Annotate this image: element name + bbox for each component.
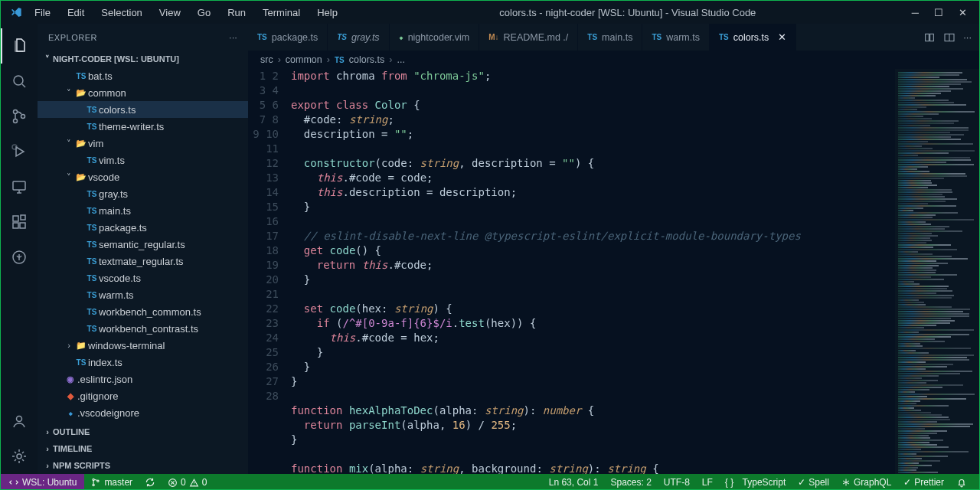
tree-file[interactable]: TStextmate_regular.ts bbox=[38, 253, 248, 270]
ts-icon: TS bbox=[335, 56, 345, 64]
remote-explorer-icon[interactable] bbox=[1, 169, 38, 204]
spell-label: Spell bbox=[808, 477, 829, 488]
outline-section[interactable]: ›OUTLINE bbox=[38, 423, 248, 440]
split-editor-icon[interactable] bbox=[943, 31, 956, 44]
menu-edit[interactable]: Edit bbox=[61, 4, 90, 21]
menu-file[interactable]: File bbox=[28, 4, 57, 21]
close-tab-icon[interactable]: ✕ bbox=[778, 31, 786, 43]
lang-label: TypeScript bbox=[743, 477, 786, 488]
breadcrumb-more[interactable]: ... bbox=[397, 54, 404, 65]
accounts-icon[interactable] bbox=[1, 403, 38, 439]
encoding-indicator[interactable]: UTF-8 bbox=[658, 474, 696, 490]
editor-tab[interactable]: TSgray.ts bbox=[328, 24, 389, 51]
tree-file[interactable]: TSworkbench_contrast.ts bbox=[38, 320, 248, 337]
remote-indicator[interactable]: WSL: Ubuntu bbox=[1, 474, 84, 490]
svg-point-3 bbox=[21, 115, 25, 119]
graphql-label: GraphQL bbox=[854, 477, 891, 488]
close-icon[interactable]: ✕ bbox=[959, 7, 967, 18]
branch-indicator[interactable]: master bbox=[84, 474, 139, 490]
tree-file[interactable]: TScolors.ts bbox=[38, 101, 248, 118]
editor-tab[interactable]: TSmain.ts bbox=[578, 24, 642, 51]
prettier-indicator[interactable]: ✓ Prettier bbox=[897, 474, 950, 490]
tree-file[interactable]: TSbat.ts bbox=[38, 67, 248, 84]
branch-label: master bbox=[104, 477, 132, 488]
sync-icon[interactable] bbox=[139, 474, 162, 490]
svg-rect-5 bbox=[13, 181, 25, 190]
tree-file[interactable]: TStheme-writer.ts bbox=[38, 118, 248, 135]
lncol-indicator[interactable]: Ln 63, Col 1 bbox=[543, 474, 605, 490]
language-indicator[interactable]: { } TypeScript bbox=[719, 474, 792, 490]
svg-rect-9 bbox=[21, 215, 25, 220]
tree-file[interactable]: TSworkbench_common.ts bbox=[38, 303, 248, 320]
source-control-icon[interactable] bbox=[1, 99, 38, 134]
timeline-section[interactable]: ›TIMELINE bbox=[38, 440, 248, 457]
eol-indicator[interactable]: LF bbox=[696, 474, 719, 490]
tree-folder[interactable]: ›📁windows-terminal bbox=[38, 337, 248, 354]
menu-bar: File Edit Selection View Go Run Terminal… bbox=[28, 4, 344, 21]
tree-file[interactable]: TSpackage.ts bbox=[38, 219, 248, 236]
editor-tab[interactable]: ⬥nightcoder.vim bbox=[390, 24, 480, 51]
explorer-icon[interactable] bbox=[1, 28, 38, 64]
tree-file[interactable]: TSsemantic_regular.ts bbox=[38, 236, 248, 253]
problems-indicator[interactable]: 0 0 bbox=[162, 474, 213, 490]
minimap[interactable] bbox=[895, 69, 979, 474]
tree-file[interactable]: ⬥.vscodeignore bbox=[38, 404, 248, 421]
editor-tab[interactable]: TSpackage.ts bbox=[248, 24, 328, 51]
tree-folder[interactable]: ˅📂vscode bbox=[38, 168, 248, 185]
breadcrumb-seg[interactable]: common bbox=[286, 54, 322, 65]
tree-file[interactable]: TSwarm.ts bbox=[38, 286, 248, 303]
tree-file[interactable]: TSindex.ts bbox=[38, 354, 248, 371]
tree-file[interactable]: TSgray.ts bbox=[38, 185, 248, 202]
extensions-icon[interactable] bbox=[1, 204, 38, 240]
tree-file[interactable]: TSmain.ts bbox=[38, 202, 248, 219]
menu-go[interactable]: Go bbox=[191, 4, 217, 21]
svg-rect-6 bbox=[13, 216, 18, 221]
breadcrumb-seg[interactable]: src bbox=[260, 54, 273, 65]
status-bar: WSL: Ubuntu master 0 0 Ln 63, Col 1 Spac… bbox=[1, 474, 979, 490]
editor-tab[interactable]: TSwarm.ts bbox=[642, 24, 710, 51]
workspace-root-header[interactable]: ˅ NIGHT-CODER [WSL: UBUNTU] bbox=[38, 51, 248, 67]
npm-scripts-label: NPM SCRIPTS bbox=[53, 461, 110, 470]
search-activity-icon[interactable] bbox=[1, 64, 38, 99]
menu-help[interactable]: Help bbox=[311, 4, 344, 21]
maximize-icon[interactable]: ☐ bbox=[934, 7, 943, 18]
menu-terminal[interactable]: Terminal bbox=[256, 4, 306, 21]
code-editor[interactable]: import chroma from "chroma-js"; export c… bbox=[291, 69, 895, 474]
breadcrumb-seg[interactable]: colors.ts bbox=[349, 54, 385, 65]
settings-icon[interactable] bbox=[1, 439, 38, 474]
tree-file[interactable]: TSvim.ts bbox=[38, 152, 248, 168]
errors-count: 0 bbox=[181, 477, 186, 488]
git-graph-icon[interactable] bbox=[1, 240, 38, 275]
svg-rect-8 bbox=[20, 223, 25, 228]
tree-file[interactable]: ◉.eslintrc.json bbox=[38, 371, 248, 387]
svg-point-11 bbox=[17, 416, 22, 422]
tree-folder[interactable]: ˅📂vim bbox=[38, 135, 248, 152]
activity-bar bbox=[1, 24, 38, 474]
menu-selection[interactable]: Selection bbox=[95, 4, 148, 21]
explorer-title: EXPLORER bbox=[48, 33, 97, 42]
tab-more-icon[interactable]: ··· bbox=[963, 31, 972, 43]
outline-label: OUTLINE bbox=[53, 427, 90, 436]
minimize-icon[interactable]: ─ bbox=[912, 7, 919, 18]
svg-point-12 bbox=[17, 454, 21, 459]
svg-point-18 bbox=[97, 480, 99, 482]
npm-scripts-section[interactable]: ›NPM SCRIPTS bbox=[38, 457, 248, 474]
menu-view[interactable]: View bbox=[153, 4, 187, 21]
breadcrumb[interactable]: src› common› TS colors.ts› ... bbox=[248, 51, 979, 69]
tree-file[interactable]: ◆.gitignore bbox=[38, 387, 248, 404]
tree-folder[interactable]: ˅📂common bbox=[38, 84, 248, 101]
spell-indicator[interactable]: ✓ Spell bbox=[792, 474, 835, 490]
notifications-icon[interactable] bbox=[950, 474, 973, 490]
editor-tab[interactable]: M↓README.md ./ bbox=[479, 24, 578, 51]
explorer-more-icon[interactable]: ··· bbox=[229, 33, 237, 42]
workspace-root-label: NIGHT-CODER [WSL: UBUNTU] bbox=[53, 54, 179, 64]
graphql-indicator[interactable]: GraphQL bbox=[835, 474, 897, 490]
compare-icon[interactable] bbox=[923, 31, 936, 44]
debug-icon[interactable] bbox=[1, 134, 38, 169]
menu-run[interactable]: Run bbox=[221, 4, 252, 21]
file-tree: TSbat.ts˅📂commonTScolors.tsTStheme-write… bbox=[38, 67, 248, 423]
editor-tab[interactable]: TScolors.ts✕ bbox=[710, 24, 796, 51]
tree-file[interactable]: TSvscode.ts bbox=[38, 270, 248, 286]
svg-rect-7 bbox=[13, 223, 18, 228]
spaces-indicator[interactable]: Spaces: 2 bbox=[604, 474, 657, 490]
